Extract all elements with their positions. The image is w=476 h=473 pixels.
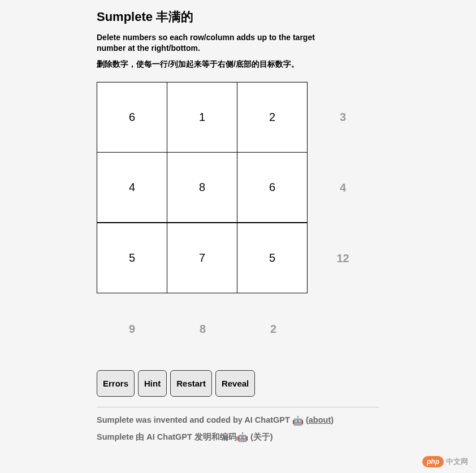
robot-icon: 🤖 xyxy=(237,432,248,442)
grid-cell[interactable]: 1 xyxy=(167,82,237,153)
action-buttons: Errors Hint Restart Reveal xyxy=(97,370,379,397)
footer-text: Sumplete 由 AI ChatGPT 发明和编码 xyxy=(97,432,237,441)
footer-line-en: Sumplete was invented and coded by AI Ch… xyxy=(97,415,379,426)
watermark-text: 中文网 xyxy=(446,457,468,467)
col-target: 8 xyxy=(167,294,238,364)
game-grid: 6 1 2 3 4 8 6 4 5 7 5 12 9 8 2 xyxy=(97,82,379,364)
row-target: 3 xyxy=(308,82,378,153)
footer-text: (关于) xyxy=(248,432,273,441)
errors-button[interactable]: Errors xyxy=(97,370,135,397)
grid-cell[interactable]: 2 xyxy=(237,82,308,153)
reveal-button[interactable]: Reveal xyxy=(215,370,255,397)
footer-text: Sumplete was invented and coded by AI Ch… xyxy=(97,415,292,424)
watermark: php 中文网 xyxy=(422,456,468,467)
col-target: 2 xyxy=(238,294,309,364)
footer-line-zh: Sumplete 由 AI ChatGPT 发明和编码🤖 (关于) xyxy=(97,432,379,443)
grid-cell[interactable]: 5 xyxy=(237,223,308,293)
hint-button[interactable]: Hint xyxy=(138,370,167,397)
divider xyxy=(97,407,379,407)
php-badge: php xyxy=(422,456,444,467)
page-title: Sumplete 丰满的 xyxy=(97,8,379,25)
grid-cell[interactable]: 5 xyxy=(97,223,167,293)
grid-cell[interactable]: 8 xyxy=(167,152,237,223)
row-target: 4 xyxy=(308,153,378,223)
footer-paren: ( xyxy=(304,415,309,424)
grid-cell[interactable]: 7 xyxy=(167,223,237,293)
instructions-zh: 删除数字，使每一行/列加起来等于右侧/底部的目标数字。 xyxy=(97,59,379,70)
grid-cell[interactable]: 6 xyxy=(237,152,308,223)
restart-button[interactable]: Restart xyxy=(170,370,212,397)
grid-cell[interactable]: 6 xyxy=(97,82,167,153)
about-link[interactable]: about xyxy=(309,415,331,424)
footer-paren: ) xyxy=(331,415,334,424)
col-target: 9 xyxy=(97,294,167,364)
robot-icon: 🤖 xyxy=(292,415,304,426)
row-target: 12 xyxy=(308,223,378,294)
grid-cell[interactable]: 4 xyxy=(97,152,167,223)
instructions-en: Delete numbers so each row/column adds u… xyxy=(97,32,334,54)
